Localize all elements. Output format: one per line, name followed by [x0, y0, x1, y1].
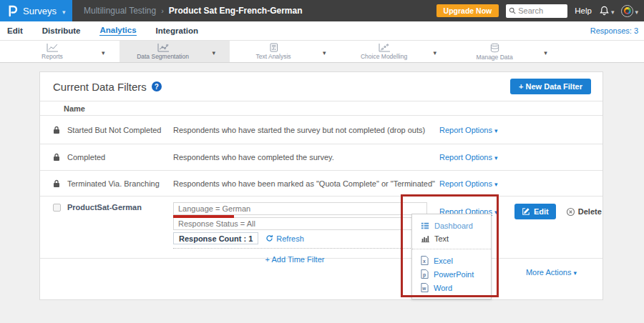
database-icon: [489, 43, 500, 53]
table-row: Completed Respondents who have completed…: [40, 144, 602, 170]
menu-item-powerpoint[interactable]: p PowerPoint: [412, 267, 491, 281]
menu-item-dashboard[interactable]: Dashboard: [412, 219, 491, 232]
toolbar-item-data-segmentation[interactable]: Data Segmentation: [119, 41, 230, 62]
tab-analytics[interactable]: Analytics: [99, 26, 136, 36]
chevron-down-icon: [62, 4, 66, 17]
more-actions-dropdown[interactable]: More Actions: [526, 268, 577, 278]
scatter-chart-icon: [378, 43, 391, 52]
breadcrumb-current: Product Sat Eng-French-German: [169, 6, 303, 16]
menu-divider: [412, 249, 491, 249]
help-icon[interactable]: [152, 81, 162, 91]
circle-x-icon: [566, 207, 575, 217]
menu-item-excel[interactable]: x Excel: [412, 254, 491, 267]
search-icon: [509, 7, 516, 14]
gauge-icon: [624, 7, 631, 14]
segmentation-chart-icon: [157, 43, 170, 52]
toolbar-item-reports[interactable]: Reports: [9, 41, 119, 62]
svg-text:x: x: [423, 259, 426, 264]
text-report-icon: [268, 43, 279, 52]
lock-icon: [53, 153, 60, 162]
new-data-filter-button[interactable]: + New Data Filter: [510, 79, 591, 94]
report-options-menu: Dashboard Text x Excel p PowerPoint w Wo…: [411, 214, 492, 299]
edit-button[interactable]: Edit: [514, 204, 556, 219]
bell-icon: [599, 5, 610, 16]
filter-name: Started But Not Completed: [67, 126, 173, 134]
annotation-red-underline: [173, 215, 234, 218]
time-filter-zone: + Add Time Filter: [173, 248, 416, 265]
table-row-productsat-german: ProductSat-German Language = German Resp…: [40, 196, 602, 258]
account-menu[interactable]: [621, 4, 638, 17]
chevron-down-icon: [494, 153, 498, 162]
svg-text:w: w: [421, 286, 426, 291]
breadcrumb-separator: ›: [161, 6, 164, 15]
page: Surveys Multilingual Testing › Product S…: [0, 0, 644, 323]
chevron-down-icon[interactable]: [434, 45, 437, 58]
filter-criterion-language[interactable]: Language = German: [173, 202, 427, 215]
responses-count[interactable]: Responses: 3: [590, 26, 638, 35]
lock-icon: [53, 126, 60, 134]
chevron-down-icon: [494, 126, 498, 134]
report-options-dropdown[interactable]: Report Options: [439, 126, 514, 134]
search-input[interactable]: [518, 6, 561, 15]
column-header-name: Name: [64, 104, 85, 113]
svg-text:p: p: [423, 272, 426, 278]
row-checkbox[interactable]: [53, 204, 61, 212]
filter-name: ProductSat-German: [67, 203, 173, 212]
chevron-down-icon: [494, 179, 498, 188]
toolbar-item-text-analysis[interactable]: Text Analysis: [230, 41, 341, 62]
pencil-icon: [522, 207, 530, 216]
survey-nav: Edit Distribute Analytics Integration Re…: [0, 21, 644, 41]
upgrade-now-button[interactable]: Upgrade Now: [436, 4, 499, 17]
filter-description: Respondents who have started the survey …: [173, 126, 439, 134]
tab-integration[interactable]: Integration: [156, 26, 198, 36]
delete-button[interactable]: Delete: [566, 207, 602, 217]
row-actions: Edit Delete: [514, 202, 602, 219]
toolbar-item-choice-modelling[interactable]: Choice Modelling: [341, 41, 452, 62]
table-row: Started But Not Completed Respondents wh…: [40, 115, 602, 144]
notifications-menu[interactable]: [599, 4, 615, 17]
filter-description: Respondents who have been marked as "Quo…: [173, 179, 439, 188]
refresh-link[interactable]: Refresh: [265, 234, 304, 243]
refresh-icon: [265, 234, 273, 242]
avatar: [621, 5, 633, 17]
dashboard-icon: [421, 222, 429, 230]
line-chart-icon: [46, 43, 59, 52]
breadcrumb: Multilingual Testing › Product Sat Eng-F…: [84, 6, 303, 16]
chevron-down-icon[interactable]: [323, 45, 326, 58]
menu-item-word[interactable]: w Word: [412, 281, 491, 294]
filter-criterion-response-status[interactable]: Response Status = All: [173, 217, 422, 230]
chevron-down-icon: [611, 4, 615, 17]
menu-item-text[interactable]: Text: [412, 232, 491, 245]
chevron-down-icon: [635, 4, 638, 17]
filter-description: Respondents who have completed the surve…: [173, 153, 439, 162]
chevron-down-icon[interactable]: [102, 45, 105, 58]
toolbar-item-manage-data[interactable]: Manage Data: [451, 41, 562, 62]
filter-criteria: Language = German Response Status = All …: [173, 202, 439, 265]
current-data-filters-panel: Current Data Filters + New Data Filter N…: [39, 71, 603, 300]
product-label: Surveys: [23, 6, 57, 16]
report-options-dropdown[interactable]: Report Options: [439, 153, 514, 162]
excel-file-icon: x: [421, 256, 429, 265]
lock-icon: [53, 179, 60, 188]
report-options-dropdown[interactable]: Report Options: [439, 179, 514, 188]
chevron-down-icon[interactable]: [544, 45, 547, 58]
add-time-filter-link[interactable]: + Add Time Filter: [265, 255, 325, 264]
tab-edit[interactable]: Edit: [7, 26, 23, 36]
breadcrumb-parent[interactable]: Multilingual Testing: [84, 6, 156, 16]
bar-chart-icon: [421, 234, 429, 243]
chevron-down-icon: [494, 207, 498, 216]
questionpro-logo-icon: [7, 5, 18, 17]
table-header-row: Name: [40, 101, 602, 115]
powerpoint-file-icon: p: [421, 269, 429, 279]
topbar-right: Upgrade Now Help: [436, 4, 644, 18]
filter-name: Completed: [67, 153, 173, 162]
surveys-menu[interactable]: Surveys: [0, 0, 72, 21]
tab-distribute[interactable]: Distribute: [42, 26, 81, 36]
help-link[interactable]: Help: [575, 6, 592, 15]
page-title: Current Data Filters: [53, 81, 147, 93]
panel-header: Current Data Filters + New Data Filter: [40, 72, 602, 101]
analytics-toolbar: Reports Data Segmentation Text Analysis …: [0, 41, 644, 63]
chevron-down-icon[interactable]: [213, 45, 216, 58]
response-count-badge: Response Count : 1: [173, 232, 258, 244]
search-box[interactable]: [506, 4, 567, 18]
